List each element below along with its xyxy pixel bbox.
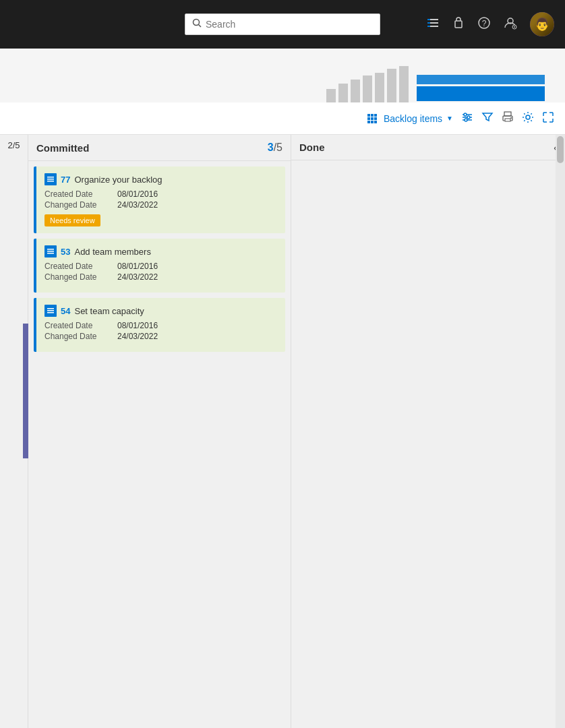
adjust-icon[interactable] [461,111,473,126]
card-54-header: 54 Set team capacity [44,305,277,317]
card-53-icon [44,245,57,257]
done-column: Done ‹ [291,135,565,728]
card-53-header: 53 Add team members [44,245,277,257]
svg-rect-15 [374,114,377,117]
card-54-changed-value: 24/03/2022 [117,332,158,341]
purple-bar [23,324,28,458]
search-box[interactable] [185,13,380,35]
main-content: 2/5 Committed 3/5 [0,135,565,728]
svg-point-26 [467,116,470,119]
filter-icon[interactable] [481,111,494,126]
svg-rect-7 [427,26,430,27]
card-54-id: 54 [61,306,70,316]
done-header: Done ‹ [291,135,565,160]
svg-rect-41 [47,312,54,313]
chart-blue-upper [417,75,545,84]
chart-bar-5 [375,73,384,102]
card-53[interactable]: 53 Add team members Created Date 08/01/2… [34,239,285,293]
card-53-changed-value: 24/03/2022 [117,272,158,282]
chart-bar-6 [387,69,396,102]
svg-rect-17 [371,117,374,120]
card-54-created-row: Created Date 08/01/2016 [44,321,277,330]
backlog-label: Backlog items [384,113,442,124]
svg-point-0 [194,20,200,26]
top-bar-icons: ? 👨 [426,12,554,36]
card-53-changed-label: Changed Date [44,272,112,282]
svg-rect-21 [374,121,377,123]
svg-rect-40 [47,310,54,311]
svg-rect-19 [367,121,370,123]
svg-line-1 [199,25,202,28]
print-icon[interactable] [502,111,514,126]
chart-area [0,49,565,102]
bag-icon[interactable] [452,16,465,33]
svg-rect-33 [47,177,54,178]
card-53-changed-row: Changed Date 24/03/2022 [44,272,277,282]
card-77-created-row: Created Date 08/01/2016 [44,189,277,199]
toolbar: Backlog items ▼ [0,102,565,135]
svg-rect-16 [367,117,370,120]
card-54-changed-label: Changed Date [44,332,112,341]
card-77[interactable]: 77 Organize your backlog Created Date 08… [34,166,285,233]
chart-bar-4 [363,75,372,102]
committed-count: 3/5 [268,142,282,154]
card-54[interactable]: 54 Set team capacity Created Date 08/01/… [34,298,285,352]
card-77-id: 77 [61,175,70,185]
card-77-icon [44,173,57,185]
svg-rect-14 [371,114,374,117]
chart-blue-lower [417,86,545,101]
chart-bar-7 [399,66,409,102]
search-input[interactable] [206,19,373,30]
scrollbar-thumb[interactable] [557,136,564,163]
chart-bar-3 [351,80,360,102]
svg-rect-39 [47,308,54,309]
card-53-title: Add team members [74,247,150,257]
scrollbar[interactable] [556,135,565,728]
card-53-meta: Created Date 08/01/2016 Changed Date 24/… [44,262,277,282]
list-icon[interactable] [426,16,440,33]
chart-bar-1 [326,89,336,102]
card-54-changed-row: Changed Date 24/03/2022 [44,332,277,341]
top-bar: ? 👨 [0,0,565,49]
card-77-changed-value: 24/03/2022 [117,200,158,210]
card-77-changed-label: Changed Date [44,200,112,210]
avatar[interactable]: 👨 [530,12,554,36]
svg-rect-20 [371,121,374,123]
card-77-header: 77 Organize your backlog [44,173,277,185]
settings-icon[interactable] [522,111,534,126]
svg-rect-8 [455,21,462,28]
svg-point-25 [464,113,467,116]
card-77-tag[interactable]: Needs review [44,214,100,226]
cards-container: 77 Organize your backlog Created Date 08… [28,161,291,728]
card-53-created-label: Created Date [44,262,112,271]
card-53-id: 53 [61,247,70,257]
card-77-created-label: Created Date [44,189,112,199]
svg-rect-18 [374,117,377,120]
card-77-meta: Created Date 08/01/2016 Changed Date 24/… [44,189,277,210]
expand-icon[interactable] [542,111,554,126]
svg-rect-6 [427,22,430,24]
backlog-grid-icon [367,114,380,123]
card-77-title: Organize your backlog [74,175,162,185]
backlog-dropdown[interactable]: Backlog items ▼ [367,113,453,124]
user-settings-icon[interactable] [503,16,518,34]
left-count: 2/5 [0,135,28,156]
committed-header: Committed 3/5 [28,135,291,161]
svg-rect-28 [504,112,511,116]
backlog-chevron-icon: ▼ [446,115,453,122]
svg-point-32 [526,115,530,119]
svg-rect-35 [47,181,54,182]
card-54-meta: Created Date 08/01/2016 Changed Date 24/… [44,321,277,341]
svg-text:?: ? [482,19,487,28]
svg-rect-36 [47,249,54,250]
svg-rect-13 [367,114,370,117]
search-container [185,13,380,35]
card-77-changed-row: Changed Date 24/03/2022 [44,200,277,210]
svg-rect-30 [505,119,510,121]
svg-rect-34 [47,179,54,180]
card-53-created-row: Created Date 08/01/2016 [44,262,277,271]
help-icon[interactable]: ? [477,16,491,33]
done-title: Done [299,142,325,153]
svg-rect-5 [427,19,430,20]
svg-rect-37 [47,251,54,252]
